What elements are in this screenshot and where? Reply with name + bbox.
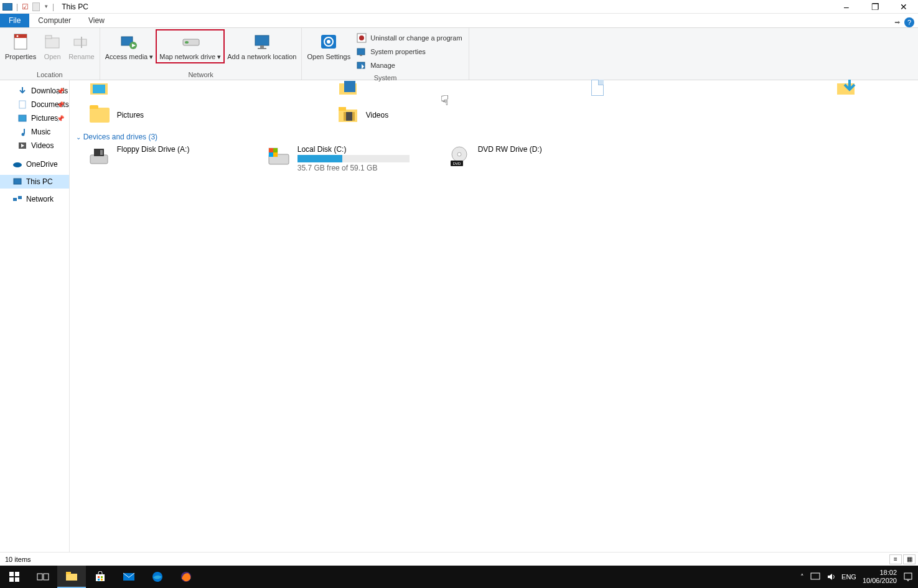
manage-icon xyxy=(357,60,367,70)
tray-clock[interactable]: 18:02 10/06/2020 xyxy=(863,569,897,585)
minimize-button[interactable]: – xyxy=(832,0,861,14)
videos-folder[interactable]: Videos xyxy=(337,104,462,126)
folder-item[interactable] xyxy=(88,77,213,99)
taskbar: ˄ ENG 18:02 10/06/2020 xyxy=(0,566,918,588)
svg-rect-62 xyxy=(44,574,49,580)
maximize-button[interactable]: ❐ xyxy=(861,0,889,14)
content-pane: Pictures Videos ☟ ⌄ Devices and drives (… xyxy=(70,80,918,552)
localdisk-icon xyxy=(268,145,291,169)
system-properties-button[interactable]: System properties xyxy=(357,45,462,58)
taskbar-mail[interactable] xyxy=(115,566,143,588)
svg-rect-5 xyxy=(74,39,87,45)
folder-item[interactable] xyxy=(337,77,462,99)
nav-this-pc[interactable]: This PC xyxy=(0,175,69,189)
svg-rect-66 xyxy=(98,576,100,578)
svg-rect-24 xyxy=(19,115,26,121)
devices-drives-header[interactable]: ⌄ Devices and drives (3) xyxy=(76,126,918,145)
system-properties-icon xyxy=(357,47,367,57)
svg-rect-46 xyxy=(100,150,103,155)
svg-rect-40 xyxy=(339,107,346,111)
nav-music[interactable]: Music xyxy=(0,125,69,139)
svg-rect-69 xyxy=(101,579,103,581)
uninstall-program-button[interactable]: Uninstall or change a program xyxy=(357,32,462,44)
svg-rect-35 xyxy=(344,81,355,92)
qat-dropdown-icon[interactable]: ▼ xyxy=(44,4,49,9)
svg-rect-73 xyxy=(811,573,820,579)
svg-rect-12 xyxy=(255,35,269,45)
ribbon-group-network: Access media ▾ Map network drive ▾ Add a… xyxy=(100,28,302,80)
help-icon[interactable]: ? xyxy=(904,17,914,27)
svg-point-25 xyxy=(22,133,25,136)
floppy-icon xyxy=(87,145,111,169)
dvd-drive[interactable]: DVD DVD RW Drive (D:) xyxy=(448,145,585,172)
pin-icon: 📌 xyxy=(57,88,64,95)
close-button[interactable]: ✕ xyxy=(889,0,918,14)
properties-button[interactable]: Properties xyxy=(2,30,39,62)
tab-file[interactable]: File xyxy=(0,14,29,27)
nav-pictures[interactable]: Pictures📌 xyxy=(0,111,69,125)
svg-rect-49 xyxy=(269,148,273,152)
map-network-drive-button[interactable]: Map network drive ▾ xyxy=(156,29,225,63)
qat-properties-icon[interactable]: ☑ xyxy=(22,2,29,11)
svg-rect-60 xyxy=(15,577,19,582)
navigation-pane: Downloads📌 Documents📌 Pictures📌 Music Vi… xyxy=(0,80,70,552)
add-network-location-button[interactable]: Add a network location xyxy=(225,30,299,62)
qat-newfolder-icon[interactable] xyxy=(32,2,40,11)
window-title: This PC xyxy=(62,2,88,11)
svg-point-54 xyxy=(457,152,461,156)
pictures-folder[interactable]: Pictures xyxy=(88,104,213,126)
floppy-drive[interactable]: Floppy Disk Drive (A:) xyxy=(87,145,224,172)
taskbar-store[interactable] xyxy=(86,566,115,588)
nav-onedrive[interactable]: OneDrive xyxy=(0,157,69,171)
svg-rect-43 xyxy=(352,112,355,121)
svg-rect-30 xyxy=(13,198,17,201)
taskbar-firefox[interactable] xyxy=(172,566,200,588)
icons-view-button[interactable]: ▦ xyxy=(903,554,916,564)
nav-documents[interactable]: Documents📌 xyxy=(0,98,69,111)
folder-item[interactable] xyxy=(835,77,918,99)
tab-computer[interactable]: Computer xyxy=(29,14,80,27)
tab-view[interactable]: View xyxy=(80,14,113,27)
svg-point-28 xyxy=(13,162,22,167)
downloads-icon xyxy=(17,86,27,96)
pin-icon: 📌 xyxy=(57,115,64,122)
taskview-button[interactable] xyxy=(29,566,57,588)
taskbar-explorer[interactable] xyxy=(57,566,86,588)
svg-rect-42 xyxy=(344,112,346,121)
ribbon-group-system: Open Settings Uninstall or change a prog… xyxy=(302,28,469,80)
onedrive-icon xyxy=(12,159,22,169)
ribbon: Properties Open Rename Location Access m… xyxy=(0,28,918,80)
tray-display-icon[interactable] xyxy=(810,572,820,581)
separator: | xyxy=(16,2,18,11)
svg-rect-13 xyxy=(260,45,264,48)
access-media-button[interactable]: Access media ▾ xyxy=(103,30,156,62)
svg-rect-64 xyxy=(66,572,71,574)
nav-downloads[interactable]: Downloads📌 xyxy=(0,84,69,98)
folder-item[interactable] xyxy=(586,77,711,99)
details-view-button[interactable]: ≡ xyxy=(889,554,902,564)
svg-rect-57 xyxy=(9,572,14,576)
taskbar-edge[interactable] xyxy=(143,566,172,588)
local-disk-c[interactable]: Local Disk (C:) 35.7 GB free of 59.1 GB xyxy=(268,145,405,172)
rename-button: Rename xyxy=(66,30,97,62)
start-button[interactable] xyxy=(0,566,29,588)
tray-expand-icon[interactable]: ˄ xyxy=(800,573,804,581)
nav-network[interactable]: Network xyxy=(0,192,69,206)
svg-rect-44 xyxy=(90,155,108,164)
title-bar: | ☑ ▼ | This PC – ❐ ✕ xyxy=(0,0,918,14)
tray-notifications-icon[interactable] xyxy=(903,572,913,582)
svg-rect-63 xyxy=(66,574,77,581)
svg-rect-21 xyxy=(360,55,362,56)
tray-language[interactable]: ENG xyxy=(841,573,856,581)
svg-rect-4 xyxy=(45,35,52,39)
minimize-ribbon-icon[interactable]: ⮕ xyxy=(894,19,901,26)
separator: | xyxy=(52,2,54,11)
network-icon xyxy=(12,194,22,204)
nav-videos[interactable]: Videos xyxy=(0,139,69,152)
manage-button[interactable]: Manage xyxy=(357,59,462,72)
svg-rect-61 xyxy=(37,574,42,580)
tray-volume-icon[interactable] xyxy=(827,572,835,581)
item-count: 10 items xyxy=(5,556,31,563)
svg-rect-51 xyxy=(269,152,273,157)
open-settings-button[interactable]: Open Settings xyxy=(304,30,353,62)
